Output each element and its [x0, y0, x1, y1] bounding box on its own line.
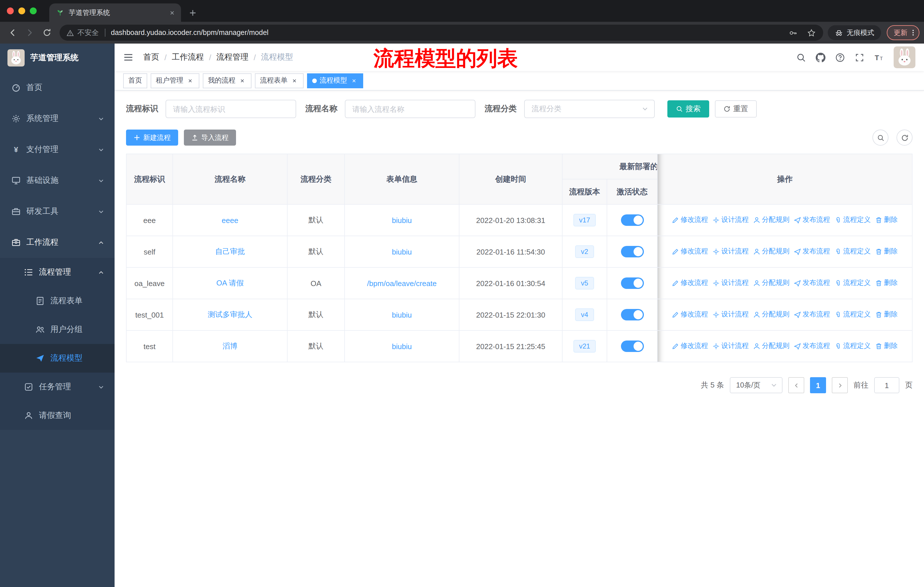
process-definition-link[interactable]: 流程定义: [835, 215, 871, 225]
form-info-link[interactable]: biubiu: [392, 311, 412, 319]
sidebar-item-leave-query[interactable]: 请假查询: [0, 401, 115, 430]
tag-close-button[interactable]: [350, 76, 358, 84]
refresh-table-button[interactable]: [896, 129, 912, 146]
process-key-input[interactable]: [165, 100, 296, 118]
assign-rule-link[interactable]: 分配规则: [753, 341, 789, 351]
design-process-link[interactable]: 设计流程: [713, 278, 749, 288]
prev-page-button[interactable]: [788, 377, 804, 393]
tag-tenant-management[interactable]: 租户管理: [151, 73, 200, 88]
goto-page-input[interactable]: [874, 377, 899, 393]
sidebar-item-home[interactable]: 首页: [0, 72, 115, 103]
modify-process-link[interactable]: 修改流程: [672, 247, 708, 256]
close-window-button[interactable]: [7, 7, 14, 14]
maximize-window-button[interactable]: [30, 7, 37, 14]
design-process-link[interactable]: 设计流程: [713, 215, 749, 225]
search-icon[interactable]: [796, 53, 806, 62]
tag-close-button[interactable]: [186, 76, 194, 84]
modify-process-link[interactable]: 修改流程: [672, 310, 708, 319]
sidebar-item-system-management[interactable]: 系统管理: [0, 103, 115, 134]
address-bar[interactable]: 不安全 dashboard.yudao.iocoder.cn/bpm/manag…: [59, 25, 823, 41]
font-size-icon[interactable]: TT: [874, 53, 884, 62]
active-toggle[interactable]: [621, 246, 644, 257]
toggle-search-button[interactable]: [873, 129, 888, 146]
active-toggle[interactable]: [621, 278, 644, 289]
github-icon[interactable]: [816, 53, 825, 62]
active-toggle[interactable]: [621, 341, 644, 352]
process-name-link[interactable]: 测试多审批人: [208, 310, 252, 319]
forward-button[interactable]: [22, 25, 38, 41]
help-icon[interactable]: [835, 53, 845, 62]
publish-process-link[interactable]: 发布流程: [794, 247, 830, 256]
app-logo[interactable]: 芋道管理系统: [0, 43, 115, 72]
publish-process-link[interactable]: 发布流程: [794, 215, 830, 225]
assign-rule-link[interactable]: 分配规则: [753, 278, 789, 288]
publish-process-link[interactable]: 发布流程: [794, 341, 830, 351]
sidebar-item-dev-tools[interactable]: 研发工具: [0, 196, 115, 227]
active-toggle[interactable]: [621, 309, 644, 321]
delete-link[interactable]: 删除: [875, 341, 898, 351]
fullscreen-icon[interactable]: [855, 53, 865, 62]
minimize-window-button[interactable]: [18, 7, 25, 14]
process-definition-link[interactable]: 流程定义: [835, 278, 871, 288]
process-name-link[interactable]: 滔博: [223, 342, 238, 350]
sidebar-item-process-model[interactable]: 流程模型: [0, 344, 115, 373]
hamburger-icon[interactable]: [123, 52, 134, 63]
page-size-select[interactable]: 10条/页: [730, 377, 782, 393]
tag-close-button[interactable]: [238, 76, 246, 84]
back-button[interactable]: [5, 25, 21, 41]
browser-tab[interactable]: 芋道管理系统: [49, 3, 181, 22]
sidebar-item-workflow[interactable]: 工作流程: [0, 227, 115, 258]
design-process-link[interactable]: 设计流程: [713, 310, 749, 319]
process-definition-link[interactable]: 流程定义: [835, 247, 871, 256]
reset-button[interactable]: 重置: [715, 100, 757, 117]
tag-close-button[interactable]: [290, 76, 299, 84]
design-process-link[interactable]: 设计流程: [713, 247, 749, 256]
modify-process-link[interactable]: 修改流程: [672, 341, 708, 351]
password-key-button[interactable]: [785, 25, 800, 40]
breadcrumb-item-workflow[interactable]: 工作流程: [172, 52, 204, 63]
publish-process-link[interactable]: 发布流程: [794, 310, 830, 319]
tab-close-button[interactable]: [167, 8, 177, 17]
sidebar-item-payment-management[interactable]: ¥支付管理: [0, 134, 115, 165]
breadcrumb-item-process-management[interactable]: 流程管理: [216, 52, 249, 63]
modify-process-link[interactable]: 修改流程: [672, 215, 708, 225]
sidebar-item-task-management[interactable]: 任务管理: [0, 373, 115, 401]
assign-rule-link[interactable]: 分配规则: [753, 310, 789, 319]
sidebar-item-user-group[interactable]: 用户分组: [0, 315, 115, 344]
design-process-link[interactable]: 设计流程: [713, 341, 749, 351]
process-definition-link[interactable]: 流程定义: [835, 310, 871, 319]
process-name-link[interactable]: 自己审批: [215, 247, 245, 256]
delete-link[interactable]: 删除: [875, 247, 898, 256]
reload-button[interactable]: [39, 25, 55, 41]
tag-process-model[interactable]: 流程模型: [307, 73, 363, 88]
process-category-select[interactable]: 流程分类: [524, 100, 655, 118]
publish-process-link[interactable]: 发布流程: [794, 278, 830, 288]
menu-dots-icon[interactable]: [909, 29, 917, 37]
tag-process-form[interactable]: 流程表单: [255, 73, 304, 88]
form-info-link[interactable]: biubiu: [392, 247, 412, 256]
active-toggle[interactable]: [621, 214, 644, 226]
search-button[interactable]: 搜索: [667, 100, 709, 117]
sidebar-item-infrastructure[interactable]: 基础设施: [0, 165, 115, 196]
modify-process-link[interactable]: 修改流程: [672, 278, 708, 288]
import-process-button[interactable]: 导入流程: [184, 129, 236, 146]
process-name-input[interactable]: [345, 100, 475, 118]
page-number-button[interactable]: 1: [810, 377, 826, 393]
assign-rule-link[interactable]: 分配规则: [753, 215, 789, 225]
form-info-link[interactable]: biubiu: [392, 216, 412, 225]
delete-link[interactable]: 删除: [875, 215, 898, 225]
delete-link[interactable]: 删除: [875, 278, 898, 288]
form-info-link[interactable]: /bpm/oa/leave/create: [367, 279, 437, 288]
process-name-link[interactable]: OA 请假: [216, 279, 243, 287]
new-tab-button[interactable]: [185, 5, 201, 21]
process-definition-link[interactable]: 流程定义: [835, 341, 871, 351]
breadcrumb-item-home[interactable]: 首页: [143, 52, 159, 63]
sidebar-item-process-form[interactable]: 流程表单: [0, 287, 115, 315]
form-info-link[interactable]: biubiu: [392, 342, 412, 351]
browser-update-button[interactable]: 更新: [887, 25, 919, 40]
sidebar-item-process-management[interactable]: 流程管理: [0, 258, 115, 287]
tag-home[interactable]: 首页: [123, 73, 147, 88]
bookmark-star-button[interactable]: [804, 25, 818, 40]
assign-rule-link[interactable]: 分配规则: [753, 247, 789, 256]
create-process-button[interactable]: 新建流程: [126, 129, 178, 146]
